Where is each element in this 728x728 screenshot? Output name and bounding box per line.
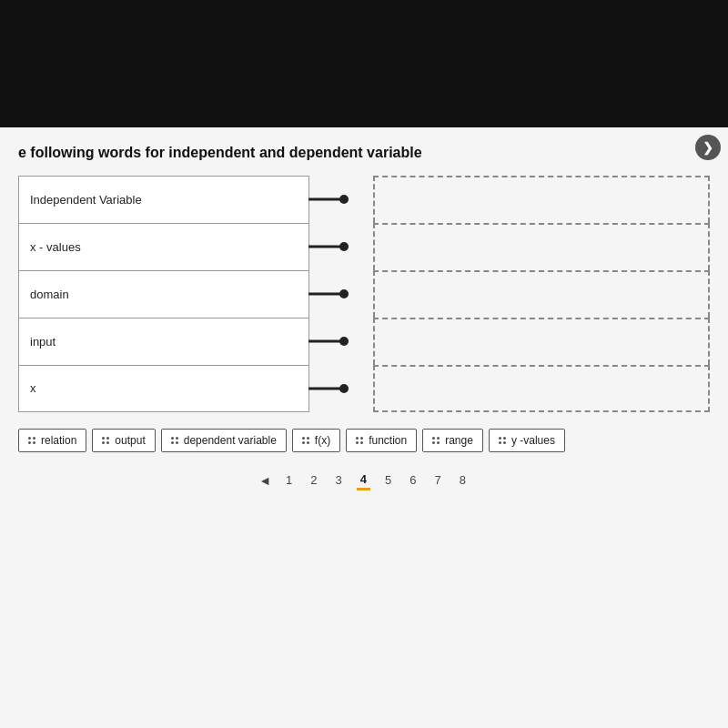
right-column <box>373 176 710 412</box>
drag-icon-fx <box>302 437 309 444</box>
pagination: ◄ 1 2 3 4 5 6 7 8 <box>18 470 710 490</box>
drop-zone-1[interactable] <box>373 223 710 270</box>
left-item-1: x - values <box>18 223 309 270</box>
chip-range[interactable]: range <box>422 429 483 452</box>
chip-output[interactable]: output <box>92 429 155 452</box>
left-item-2: domain <box>18 270 309 318</box>
connector-dot-4 <box>339 384 349 393</box>
page-title: e following words for independent and de… <box>18 144 710 163</box>
drag-icon-output <box>102 437 109 444</box>
drag-icon-relation <box>28 437 35 444</box>
page-7[interactable]: 7 <box>430 471 444 489</box>
page-4[interactable]: 4 <box>357 470 370 490</box>
drop-zone-0[interactable] <box>373 176 710 223</box>
page-5[interactable]: 5 <box>381 471 395 489</box>
left-column: Independent Variable x - values domain i… <box>18 176 309 412</box>
left-item-0: Independent Variable <box>18 176 309 223</box>
drop-zone-2[interactable] <box>373 270 710 318</box>
word-bank: relation output dependent variable f(x) <box>18 429 710 452</box>
page-prev-button[interactable]: ◄ <box>258 473 271 488</box>
chip-function[interactable]: function <box>346 429 417 452</box>
chip-fx[interactable]: f(x) <box>292 429 340 452</box>
page-3[interactable]: 3 <box>331 471 345 489</box>
left-item-4: x <box>18 365 309 412</box>
screen: ❯ e following words for independent and … <box>0 0 728 728</box>
chip-dependent-variable[interactable]: dependent variable <box>161 429 287 452</box>
chip-y-values[interactable]: y -values <box>489 429 565 452</box>
drag-icon-dependent-variable <box>171 437 178 444</box>
left-item-3: input <box>18 318 309 365</box>
nav-next-button[interactable]: ❯ <box>695 135 721 160</box>
page-8[interactable]: 8 <box>456 471 470 489</box>
page-2[interactable]: 2 <box>307 471 320 489</box>
page-1[interactable]: 1 <box>282 471 296 489</box>
matching-container: Independent Variable x - values domain i… <box>18 176 710 412</box>
drag-icon-range <box>432 437 440 444</box>
drop-zone-4[interactable] <box>373 365 710 412</box>
connector-dot-1 <box>339 242 349 251</box>
connector-dot-0 <box>339 195 349 204</box>
top-bar <box>0 0 728 127</box>
page-6[interactable]: 6 <box>406 471 420 489</box>
drag-icon-y-values <box>499 437 506 444</box>
nav-next-icon: ❯ <box>703 140 713 155</box>
connector-dot-3 <box>339 337 349 346</box>
connector-dot-2 <box>339 289 349 298</box>
chip-relation[interactable]: relation <box>18 429 86 452</box>
drop-zone-3[interactable] <box>373 318 710 365</box>
content-area: e following words for independent and de… <box>0 127 728 728</box>
drag-icon-function <box>356 437 363 444</box>
